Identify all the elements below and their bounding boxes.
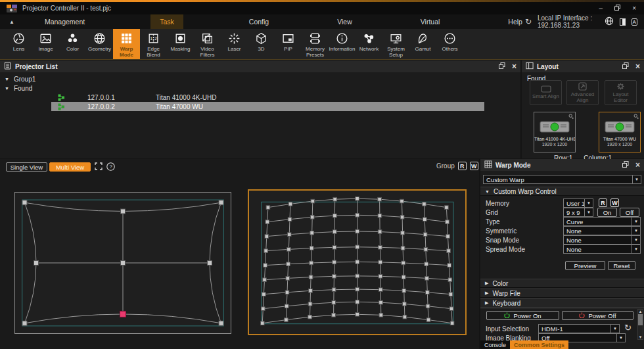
warp-point[interactable] [332,314,336,317]
warp-point[interactable] [22,200,27,205]
warp-point[interactable] [264,249,268,253]
warp-point[interactable] [311,199,315,203]
warp-point[interactable] [379,246,382,250]
subpanel-scrollbar[interactable]: ▲ ▼ [637,309,643,340]
menu-virtual[interactable]: Virtual [418,14,443,29]
grid-off-button[interactable]: Off [620,208,639,217]
tool-warp-mode[interactable]: Warp Mode [113,29,140,59]
warp-point[interactable] [310,216,314,220]
projector-row-1[interactable]: 127.0.0.1 Titan 41000 4K-UHD [51,93,484,102]
menu-collapse-icon[interactable]: ▲ [9,19,14,25]
input-selection-dropdown[interactable]: HDMI-1 ▼ [538,324,620,333]
tool-laser[interactable]: Laser [221,29,248,59]
warp-point[interactable] [262,307,265,311]
scroll-down-icon[interactable]: ▼ [639,335,643,339]
warp-point[interactable] [423,233,427,237]
power-off-button[interactable]: Power Off [562,311,633,320]
warp-point[interactable] [400,199,404,203]
warp-point[interactable] [308,315,312,319]
warp-point[interactable] [285,291,289,294]
warp-point[interactable] [285,304,288,308]
tree-group-found[interactable]: ▼ Found [0,83,520,93]
warp-point[interactable] [264,264,267,268]
warp-point[interactable] [379,260,382,264]
warp-point[interactable] [288,202,292,206]
warp-point[interactable] [424,248,428,252]
maximize-button[interactable] [614,5,620,12]
warp-point[interactable] [265,235,269,239]
keyboard-section[interactable]: ▶ Keyboard [480,298,644,308]
advanced-align-button[interactable]: Advanced Align [566,80,599,105]
close-panel-icon[interactable]: × [512,63,517,70]
color-section[interactable]: ▶ Color [480,279,644,288]
float-panel-icon[interactable] [622,62,629,70]
warp-point[interactable] [310,246,313,250]
tool-information[interactable]: Information [329,29,356,59]
warp-point[interactable] [400,216,404,220]
tool-edge-blend[interactable]: 12 Edge Blend [140,29,167,59]
warp-point[interactable] [379,275,382,279]
warp-point[interactable] [423,218,427,221]
menu-view[interactable]: View [334,14,355,29]
warp-point[interactable] [448,264,451,268]
close-button[interactable]: × [632,5,636,12]
warp-point[interactable] [332,300,336,304]
warp-point[interactable] [287,262,290,266]
single-view-button[interactable]: Single View [6,162,47,172]
tree-group-group1[interactable]: ▼ Group1 [0,74,520,83]
warp-point[interactable] [356,245,359,249]
tool-others[interactable]: Others [436,29,463,59]
tool-masking[interactable]: Masking [167,29,194,59]
memory-write-button[interactable]: W [610,198,619,207]
tool-memory-presets[interactable]: Memory Presets [302,29,329,59]
warp-point[interactable] [378,230,382,234]
projector-card-2-selected[interactable]: Titan 47000 WU 1920 x 1200 [599,112,641,152]
close-panel-icon[interactable]: × [635,63,640,70]
warp-point[interactable] [356,313,359,317]
warp-point[interactable] [426,291,430,294]
close-panel-icon[interactable]: × [635,162,640,168]
tool-video-filters[interactable]: Video Filters [194,29,221,59]
caret-down-icon[interactable]: ▼ [5,86,9,91]
custom-warp-control-section[interactable]: ▼ Custom Warp Control [480,187,644,196]
tab-console[interactable]: Console [480,340,510,349]
warp-point[interactable] [425,262,428,266]
warp-point[interactable] [449,307,453,311]
warp-point[interactable] [333,260,336,264]
fullscreen-icon[interactable] [95,162,103,172]
warp-point[interactable] [403,315,407,319]
language-icon[interactable]: A [632,18,637,26]
warp-point[interactable] [402,275,405,279]
menu-help[interactable]: Help [505,14,525,29]
warp-point[interactable] [426,318,430,322]
warp-point[interactable] [378,197,382,201]
tool-color[interactable]: Color [59,29,86,59]
warp-point[interactable] [448,278,452,282]
warp-point[interactable] [356,229,359,233]
layout-editor-button[interactable]: Layout Editor [605,80,637,105]
warp-point[interactable] [263,278,267,282]
warp-point[interactable] [22,321,27,325]
warp-point[interactable] [309,275,313,279]
warp-point[interactable] [266,206,270,210]
warp-point[interactable] [265,220,269,224]
float-panel-icon[interactable] [499,62,505,70]
warp-point[interactable] [333,197,337,201]
warp-point[interactable] [333,214,337,218]
warp-point[interactable] [285,318,288,322]
warp-point[interactable] [121,209,126,214]
memory-dropdown[interactable]: User 1 ▼ [563,198,593,208]
tool-image[interactable]: Image [32,29,59,59]
warp-point[interactable] [333,246,336,250]
group-write-button[interactable]: W [470,162,478,170]
menu-management[interactable]: Management [42,14,87,29]
warp-file-section[interactable]: ▶ Warp File [480,289,644,298]
reset-button[interactable]: Reset [608,261,635,270]
warp-point[interactable] [445,206,449,210]
tool-gamut[interactable]: Gamut [409,29,436,59]
warp-point[interactable] [379,314,383,317]
scrollbar-thumb[interactable] [638,314,643,325]
tool-geometry[interactable]: Geometry [86,29,113,59]
warp-type-dropdown[interactable]: Custom Warp ▼ [483,175,641,184]
tool-pip[interactable]: PIP [275,29,302,59]
